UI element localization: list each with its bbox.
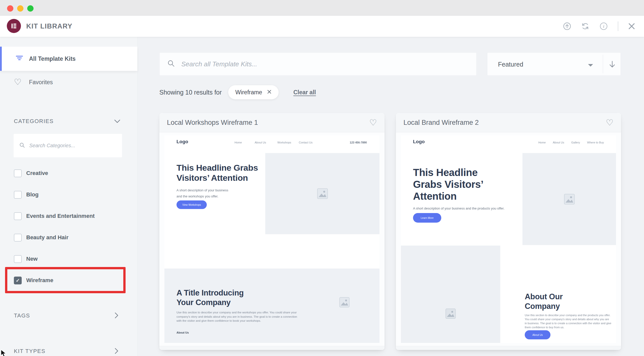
category-label: Blog <box>26 191 39 198</box>
results-bar: Showing 10 results for Wireframe Clear a… <box>159 85 316 99</box>
remove-filter-icon[interactable] <box>267 90 272 95</box>
search-icon <box>167 60 175 69</box>
category-option-beauty[interactable]: Beauty and Hair <box>14 233 69 242</box>
filter-chip-wireframe[interactable]: Wireframe <box>228 85 279 99</box>
kit-card-local-workshops-wireframe-1[interactable]: Local Workshops Wireframe 1 ♡ Logo Home … <box>159 113 385 350</box>
preview-description: A short description of your business and… <box>177 187 228 199</box>
preview-image-placeholder <box>401 246 500 343</box>
preview-nav-link: Gallery <box>571 141 580 144</box>
preview-nav-link: Home <box>538 141 546 144</box>
preview-nav-link: About Us <box>255 141 266 144</box>
close-window-icon[interactable] <box>7 5 13 12</box>
caret-down-icon[interactable] <box>588 63 593 68</box>
category-search <box>14 134 122 157</box>
mouse-cursor <box>1 349 8 356</box>
categories-section-header[interactable]: CATEGORIES <box>14 118 54 125</box>
category-label: Events and Entertainment <box>26 213 95 219</box>
category-option-creative[interactable]: Creative <box>14 169 48 177</box>
kit-card-title: Local Workshops Wireframe 1 <box>167 119 258 127</box>
close-icon[interactable] <box>628 22 635 30</box>
page-title: KIT LIBRARY <box>26 16 72 37</box>
kit-card-header: Local Brand Wireframe 2 ♡ <box>396 113 621 132</box>
filter-icon <box>15 55 24 62</box>
svg-text:i: i <box>603 24 604 29</box>
category-option-wireframe[interactable]: ✓ Wireframe <box>14 276 53 285</box>
chevron-right-icon[interactable] <box>114 348 119 355</box>
search-icon <box>19 142 25 149</box>
category-option-blog[interactable]: Blog <box>14 190 39 199</box>
category-label: Wireframe <box>26 277 53 284</box>
sort-control: Featured <box>487 52 621 76</box>
category-label: Creative <box>26 170 48 176</box>
preview-phone: 123 456-7890 <box>350 141 367 144</box>
preview-logo: Logo <box>177 139 188 144</box>
header-divider <box>618 21 618 31</box>
checkbox-icon[interactable] <box>14 234 22 242</box>
chevron-down-icon[interactable] <box>114 119 121 125</box>
preview-hero-image-placeholder <box>265 153 379 234</box>
preview-section-body: Use this section to describe your compan… <box>177 310 303 323</box>
elementor-logo-icon <box>7 19 21 33</box>
favorite-heart-icon[interactable]: ♡ <box>606 118 613 127</box>
sidebar: All Template Kits ♡ Favorites CATEGORIES… <box>0 37 138 356</box>
kit-preview-thumbnail[interactable]: Logo Home About Us Gallery Where to Buy … <box>401 135 616 343</box>
kit-card-local-brand-wireframe-2[interactable]: Local Brand Wireframe 2 ♡ Logo Home Abou… <box>396 113 621 350</box>
results-count-text: Showing 10 results for <box>159 89 222 96</box>
sidebar-item-all-template-kits[interactable]: All Template Kits <box>0 47 137 71</box>
kit-library-window: KIT LIBRARY i All Template Kits ♡ Favori… <box>0 0 644 356</box>
check-updates-icon[interactable] <box>563 22 571 31</box>
sort-dropdown[interactable]: Featured <box>498 53 523 76</box>
preview-about-button: About Us <box>525 330 550 339</box>
preview-about-section: About Our Company Use this section to de… <box>401 246 616 343</box>
preview-nav-link: Home <box>235 141 242 144</box>
kit-card-header: Local Workshops Wireframe 1 ♡ <box>159 113 385 132</box>
kit-preview-thumbnail[interactable]: Logo Home About Us Workshops Contact Us … <box>164 135 379 343</box>
preview-about-link: About Us <box>177 331 189 334</box>
tags-section-header[interactable]: TAGS <box>14 312 30 319</box>
category-option-new[interactable]: New <box>14 255 38 263</box>
preview-nav-link: Where to Buy <box>587 141 604 144</box>
sidebar-item-label: All Template Kits <box>29 47 76 71</box>
heart-icon: ♡ <box>14 76 21 87</box>
checkbox-icon[interactable] <box>14 212 22 220</box>
preview-headline: This Headline Grabs Visitors’ Attention <box>413 167 483 202</box>
filter-chip-label: Wireframe <box>235 89 262 96</box>
preview-section-body: Use this section to describe your compan… <box>525 313 612 329</box>
category-search-input[interactable] <box>29 143 112 149</box>
preview-about-section: A Title Introducing Your Company Use thi… <box>164 269 379 343</box>
preview-section-heading: A Title Introducing Your Company <box>177 288 244 307</box>
minimize-window-icon[interactable] <box>17 5 23 12</box>
sync-library-icon[interactable] <box>581 22 590 31</box>
preview-nav-link: Contact Us <box>299 141 312 144</box>
macos-titlebar <box>0 0 644 16</box>
search-input[interactable] <box>181 60 433 68</box>
maximize-window-icon[interactable] <box>27 5 34 12</box>
clear-all-link[interactable]: Clear all <box>293 89 316 96</box>
preview-nav-link: Workshops <box>277 141 291 144</box>
chevron-right-icon[interactable] <box>114 312 119 320</box>
kit-types-section-header[interactable]: KIT TYPES <box>14 348 45 354</box>
info-icon[interactable]: i <box>599 22 608 31</box>
preview-headline: This Headline Grabs Visitors’ Attention <box>177 163 258 183</box>
checkbox-checked-icon[interactable]: ✓ <box>14 277 22 284</box>
category-label: New <box>26 256 38 262</box>
preview-description: A short description of your business and… <box>413 206 505 211</box>
category-label: Beauty and Hair <box>26 234 69 241</box>
checkbox-icon[interactable] <box>14 191 22 199</box>
kit-card-footer <box>396 346 621 350</box>
checkbox-icon[interactable] <box>14 255 22 263</box>
preview-section-heading: About Our Company <box>525 292 563 311</box>
preview-hero-image-placeholder <box>522 153 616 245</box>
favorite-heart-icon[interactable]: ♡ <box>369 118 377 127</box>
preview-cta-button: View Workshops <box>177 200 207 209</box>
sidebar-item-label: Favorites <box>29 71 53 94</box>
preview-cta-button: Learn More <box>413 213 441 223</box>
preview-nav: Home About Us Gallery Where to Buy <box>538 141 604 144</box>
app-header: KIT LIBRARY i <box>0 16 644 37</box>
sidebar-item-favorites[interactable]: ♡ Favorites <box>0 71 137 94</box>
category-option-events[interactable]: Events and Entertainment <box>14 212 95 220</box>
checkbox-icon[interactable] <box>14 169 22 177</box>
sort-direction-button[interactable] <box>603 53 621 76</box>
kit-card-title: Local Brand Wireframe 2 <box>403 119 479 127</box>
template-kits-search <box>159 52 477 76</box>
